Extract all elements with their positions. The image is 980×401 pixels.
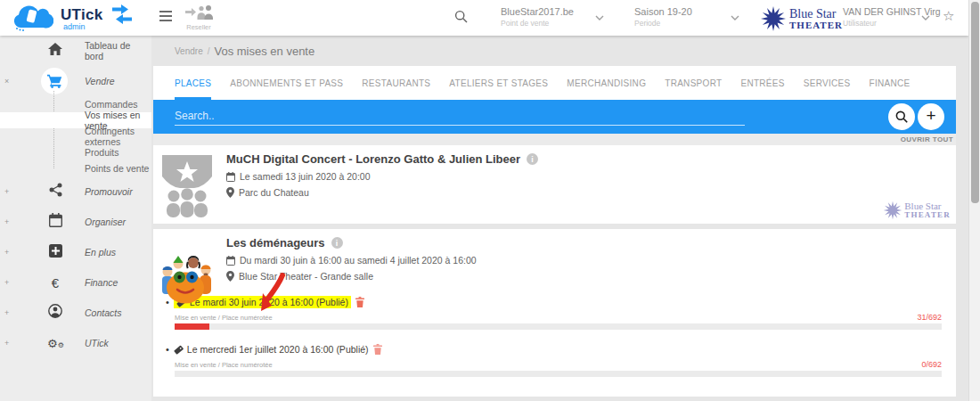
person-icon bbox=[47, 304, 63, 322]
event-location: Parc du Chateau bbox=[239, 187, 309, 198]
chevron-down-icon[interactable] bbox=[921, 15, 930, 20]
expand-marker[interactable]: + bbox=[4, 339, 9, 348]
chevron-down-icon[interactable] bbox=[731, 15, 739, 20]
sidebar-item-label: Finance bbox=[85, 277, 118, 288]
breadcrumb-separator: / bbox=[208, 46, 210, 56]
tab-ateliers[interactable]: ATELIERS ET STAGES bbox=[449, 66, 548, 100]
session-count: 0/692 bbox=[921, 360, 942, 369]
brand-name: UTick bbox=[61, 6, 103, 24]
tab-places[interactable]: PLACES bbox=[175, 66, 211, 100]
info-icon[interactable]: i bbox=[527, 153, 538, 165]
brand-subtitle: admin bbox=[63, 22, 86, 31]
calendar-icon bbox=[47, 213, 63, 231]
location-pin-icon bbox=[226, 271, 234, 282]
sidebar-item-contacts[interactable]: + Contacts bbox=[0, 298, 151, 328]
watermark-line2: THEATER bbox=[904, 211, 951, 219]
vendre-submenu: Commandes Vos mises en vente Contingents… bbox=[0, 96, 151, 176]
period-label: Periode bbox=[634, 19, 692, 28]
sidebar-item-promouvoir[interactable]: + Promouvoir bbox=[0, 176, 151, 207]
bullet: • bbox=[166, 344, 169, 355]
search-bar: + bbox=[153, 100, 956, 134]
point-of-sale-label: Point de vente bbox=[501, 19, 574, 28]
breadcrumb-parent[interactable]: Vendre bbox=[175, 46, 203, 56]
reseller-button[interactable]: Reseller bbox=[180, 5, 217, 31]
favorite-star-icon[interactable]: ☆ bbox=[943, 8, 954, 24]
organization-watermark: Blue Star THEATER bbox=[883, 200, 951, 220]
event-title: MuCH Digital Concert - Lorenzo Gatto & J… bbox=[226, 152, 520, 166]
starburst-icon bbox=[883, 200, 902, 220]
event-date: Le samedi 13 juin 2020 à 20:00 bbox=[240, 171, 371, 182]
tab-transport[interactable]: TRANSPORT bbox=[665, 66, 722, 100]
tab-finance[interactable]: FINANCE bbox=[870, 66, 911, 100]
expand-marker[interactable]: + bbox=[4, 248, 9, 257]
scrollbar bbox=[968, 0, 980, 401]
expand-marker[interactable]: + bbox=[4, 308, 9, 317]
event-date-row: Du mardi 30 juin à 16:00 au samedi 4 jui… bbox=[226, 255, 956, 266]
global-search-icon[interactable] bbox=[454, 10, 468, 27]
sidebar-item-organiser[interactable]: + Organiser bbox=[0, 207, 151, 237]
session-link[interactable]: Le mercredi 1er juillet 2020 à 16:00 (Pu… bbox=[174, 344, 369, 355]
sidebar-item-tableau-de-bord[interactable]: Tableau de bord bbox=[0, 36, 151, 66]
search-button[interactable] bbox=[888, 103, 915, 130]
scrollbar-thumb[interactable] bbox=[971, 2, 979, 203]
search-input[interactable] bbox=[175, 106, 745, 126]
event-location-row: Blue Star Theater - Grande salle bbox=[226, 271, 956, 282]
session-label: Le mercredi 1er juillet 2020 à 16:00 (Pu… bbox=[187, 344, 369, 355]
sidebar-item-label: Tableau de bord bbox=[85, 40, 151, 61]
tab-merchandising[interactable]: MERCHANDISING bbox=[567, 66, 646, 100]
progress-track bbox=[175, 323, 942, 330]
sidebar-subitem-label: Points de vente bbox=[85, 163, 149, 174]
org-name-line2: THEATER bbox=[789, 20, 843, 30]
sidebar-item-contingents-externes[interactable]: Contingents externes bbox=[0, 128, 151, 144]
annotation-arrow bbox=[247, 272, 291, 316]
reseller-icon bbox=[184, 5, 214, 20]
sidebar-item-label: Promouvoir bbox=[85, 186, 133, 197]
expand-marker[interactable]: + bbox=[4, 278, 9, 287]
sidebar-subitem-label: Produits bbox=[85, 147, 119, 158]
menu-toggle-button[interactable] bbox=[159, 11, 172, 24]
event-title: Les déménageurs bbox=[226, 236, 325, 250]
chevron-down-icon[interactable] bbox=[595, 15, 604, 20]
point-of-sale-value: BlueStar2017.be bbox=[501, 6, 574, 17]
plus-square-icon bbox=[47, 244, 63, 261]
breadcrumb: Vendre / Vos mises en vente bbox=[151, 36, 968, 66]
trash-icon[interactable] bbox=[355, 297, 364, 307]
sidebar-item-vendre[interactable]: × Vendre bbox=[0, 66, 151, 96]
sidebar-item-en-plus[interactable]: + En plus bbox=[0, 237, 151, 267]
top-bar: UTick admin Reseller BlueStar2017.be Poi… bbox=[0, 0, 968, 36]
tab-services[interactable]: SERVICES bbox=[804, 66, 851, 100]
sidebar-item-utick[interactable]: + ⚙⚙ UTick bbox=[0, 328, 151, 358]
session-block: • Le mercredi 1er juillet 2020 à 16:00 (… bbox=[166, 343, 956, 377]
sidebar-item-label: Contacts bbox=[85, 307, 121, 318]
sidebar: Tableau de bord × Vendre Commandes Vos m… bbox=[0, 36, 151, 401]
trash-icon[interactable] bbox=[373, 344, 382, 355]
tab-abonnements[interactable]: ABONNEMENTS ET PASS bbox=[230, 66, 343, 100]
category-tabs: PLACES ABONNEMENTS ET PASS RESTAURANTS A… bbox=[153, 66, 956, 100]
sidebar-item-produits[interactable]: Produits bbox=[0, 144, 151, 160]
sidebar-item-points-de-vente[interactable]: Points de vente bbox=[0, 160, 151, 176]
info-icon[interactable]: i bbox=[331, 237, 343, 249]
session-meta: Mise en vente / Place numérotée bbox=[175, 361, 273, 369]
expand-marker[interactable]: + bbox=[4, 187, 9, 196]
sidebar-item-label: En plus bbox=[85, 247, 116, 258]
progress-track bbox=[175, 371, 942, 377]
event-placeholder-image bbox=[159, 151, 216, 217]
period-selector[interactable]: Saison 19-20 Periode bbox=[634, 6, 692, 28]
collapse-marker[interactable]: × bbox=[4, 77, 9, 86]
sidebar-item-finance[interactable]: + € Finance bbox=[0, 267, 151, 298]
starburst-icon bbox=[760, 5, 787, 32]
arrow-right-icon bbox=[112, 4, 128, 14]
home-icon bbox=[47, 43, 63, 59]
sidebar-item-label: Organiser bbox=[85, 217, 126, 227]
cart-icon bbox=[41, 68, 68, 94]
add-button[interactable]: + bbox=[918, 103, 944, 130]
expand-marker[interactable]: + bbox=[4, 217, 9, 226]
tab-entrees[interactable]: ENTRÉES bbox=[740, 66, 784, 100]
search-icon bbox=[895, 110, 908, 123]
utick-logo[interactable]: UTick admin bbox=[9, 4, 151, 34]
tab-restaurants[interactable]: RESTAURANTS bbox=[362, 66, 430, 100]
event-date-row: Le samedi 13 juin 2020 à 20:00 bbox=[226, 171, 956, 182]
open-all-link[interactable]: OUVRIR TOUT bbox=[153, 134, 956, 145]
euro-icon: € bbox=[47, 275, 63, 291]
point-of-sale-selector[interactable]: BlueStar2017.be Point de vente bbox=[501, 6, 574, 28]
